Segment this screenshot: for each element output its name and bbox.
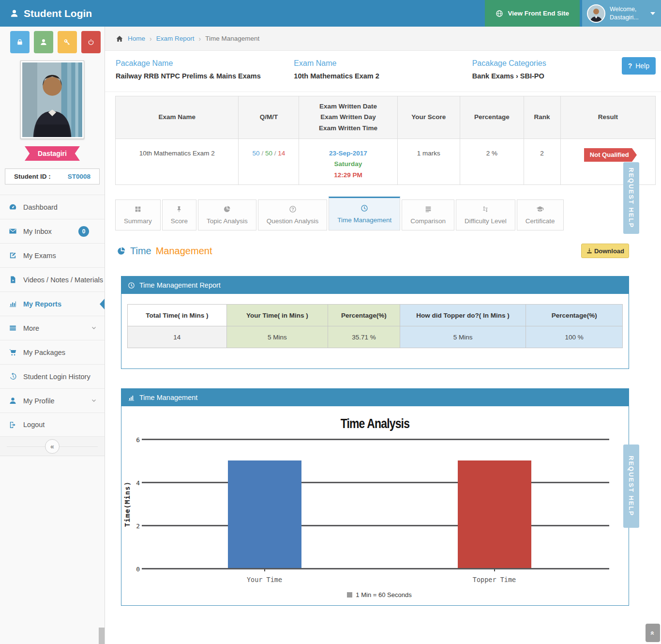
col-topper-time: How did Topper do?( In Mins ) (400, 305, 526, 326)
app-title: Student Login (24, 8, 92, 19)
logout-icon (9, 421, 17, 429)
tab-score[interactable]: Score (162, 199, 196, 230)
history-icon (9, 372, 17, 381)
y-tick-label: 0 (128, 566, 140, 573)
col-your-score: Your Score (397, 96, 460, 139)
more-icon (9, 324, 17, 332)
sidebar-item-my-reports[interactable]: My Reports (0, 291, 105, 316)
col-rank: Rank (524, 96, 560, 139)
package-name-value: Railway RRB NTPC Prelims & Mains Exams (116, 72, 294, 80)
chart-title: Time Analysis (121, 416, 629, 431)
request-help-tab[interactable]: REQUEST HELP (623, 445, 639, 528)
sidebar-menu: Dashboard My Inbox 0 My Exams Videos / N… (0, 195, 105, 437)
x-tick-mark (494, 569, 495, 571)
breadcrumb-separator: › (150, 35, 152, 43)
chevrons-up-icon: « (649, 631, 657, 635)
tab-comparison[interactable]: Comparison (402, 199, 454, 230)
app-brand: Student Login (0, 8, 92, 19)
help-button[interactable]: ? Help (622, 57, 656, 75)
col-percentage: Percentage (460, 96, 524, 139)
exam-name-value: 10th Mathematics Exam 2 (294, 72, 472, 80)
graduation-cap-icon (536, 205, 544, 213)
time-report-table: Total Time( in Mins ) Your Time( in Mins… (127, 304, 623, 348)
value-total-time: 14 (128, 326, 227, 348)
pie-icon (223, 205, 231, 213)
lock-button[interactable] (10, 31, 30, 53)
gridline (142, 439, 609, 440)
breadcrumb-exam-report[interactable]: Exam Report (156, 35, 195, 42)
avatar (587, 4, 605, 23)
clock-icon (128, 282, 135, 289)
section-header-row: Time Management Download (117, 244, 629, 258)
sidebar-item-more[interactable]: More (0, 316, 105, 340)
tab-difficulty-level[interactable]: Difficulty Level (456, 199, 515, 230)
gridline (142, 568, 609, 569)
tab-question-analysis[interactable]: Question Analysis (258, 199, 327, 230)
y-axis-label: Time(Mins) (123, 481, 131, 526)
power-button[interactable] (81, 31, 101, 53)
time-management-report-panel: Time Management Report Total Time( in Mi… (121, 276, 629, 369)
gridline (142, 525, 609, 526)
tab-summary[interactable]: Summary (115, 199, 161, 230)
value-your-percentage: 35.71 % (328, 326, 400, 348)
cell-your-score: 1 marks (397, 139, 460, 185)
lock-icon (16, 38, 24, 46)
sidebar-item-my-packages[interactable]: My Packages (0, 340, 105, 364)
cell-result: Not Qualified (560, 139, 655, 185)
user-icon (40, 38, 47, 46)
time-management-chart-panel: Time Management Time Analysis Time(Mins)… (121, 388, 629, 606)
sidebar-item-logout[interactable]: Logout (0, 413, 105, 437)
student-id-label: Student ID : (14, 173, 51, 180)
x-axis-label: Topper Time (473, 576, 516, 583)
col-result: Result (560, 96, 655, 139)
chevron-down-icon (91, 397, 97, 405)
sidebar-item-student-login-history[interactable]: Student Login History (0, 364, 105, 388)
col-your-percentage: Percentage(%) (328, 305, 400, 326)
inbox-icon (9, 227, 17, 235)
exams-icon (9, 251, 17, 260)
section-title: Time Management (117, 245, 212, 257)
tab-certificate[interactable]: Certificate (517, 199, 564, 230)
sidebar-item-videos-notes-materials[interactable]: Videos / Notes / Materials (0, 267, 105, 291)
profile-name-ribbon: Dastagiri (25, 146, 80, 161)
package-name-label: Pacakage Name (116, 59, 294, 68)
y-tick-label: 2 (128, 522, 140, 530)
legend-swatch (347, 592, 352, 598)
profile-button[interactable] (34, 31, 53, 53)
tab-topic-analysis[interactable]: Topic Analysis (198, 199, 256, 230)
not-qualified-badge: Not Qualified (584, 148, 632, 162)
download-button[interactable]: Download (581, 244, 629, 258)
scroll-to-top-button[interactable]: « (646, 624, 660, 642)
cell-qmt: 50 / 50 / 14 (239, 139, 299, 185)
question-icon: ? (628, 62, 632, 70)
breadcrumb-home[interactable]: Home (128, 35, 145, 42)
col-total-time: Total Time( in Mins ) (128, 305, 227, 326)
tab-time-management[interactable]: Time Management (329, 197, 400, 230)
sidebar-item-my-inbox[interactable]: My Inbox 0 (0, 219, 105, 243)
sidebar-collapse-button[interactable]: « (45, 439, 60, 454)
key-button[interactable] (58, 31, 77, 53)
bar-chart-icon (128, 394, 135, 401)
report-panel-title: Time Management Report (139, 281, 221, 289)
user-menu[interactable]: Welcome, Dastagiri... (582, 0, 661, 27)
table-row: 10th Mathematics Exam 2 50 / 50 / 14 23-… (116, 139, 656, 185)
plot-area: Time(Mins) 0246Your TimeTopper Time (150, 439, 609, 568)
sliders-icon (481, 205, 489, 213)
breadcrumb-separator: › (198, 35, 201, 43)
sidebar-scrollbar-thumb[interactable] (99, 628, 105, 644)
packages-icon (9, 348, 17, 356)
value-topper-time: 5 Mins (400, 326, 526, 348)
report-panel-header: Time Management Report (121, 276, 629, 294)
sidebar-item-my-exams[interactable]: My Exams (0, 243, 105, 267)
dashboard-icon (9, 203, 17, 211)
sidebar-item-my-profile[interactable]: My Profile (0, 388, 105, 413)
value-topper-percentage: 100 % (526, 326, 623, 348)
view-front-end-site-button[interactable]: View Front End Site (485, 0, 580, 27)
x-tick-mark (264, 569, 265, 571)
request-help-tab[interactable]: REQUEST HELP (623, 162, 639, 234)
sidebar-item-dashboard[interactable]: Dashboard (0, 195, 105, 219)
main-content: Home › Exam Report › Time Management Pac… (105, 27, 661, 644)
chevron-down-icon (91, 324, 97, 332)
table-header-row: Exam Name Q/M/T Exam Written Date Exam W… (116, 96, 656, 139)
power-icon (87, 38, 95, 46)
